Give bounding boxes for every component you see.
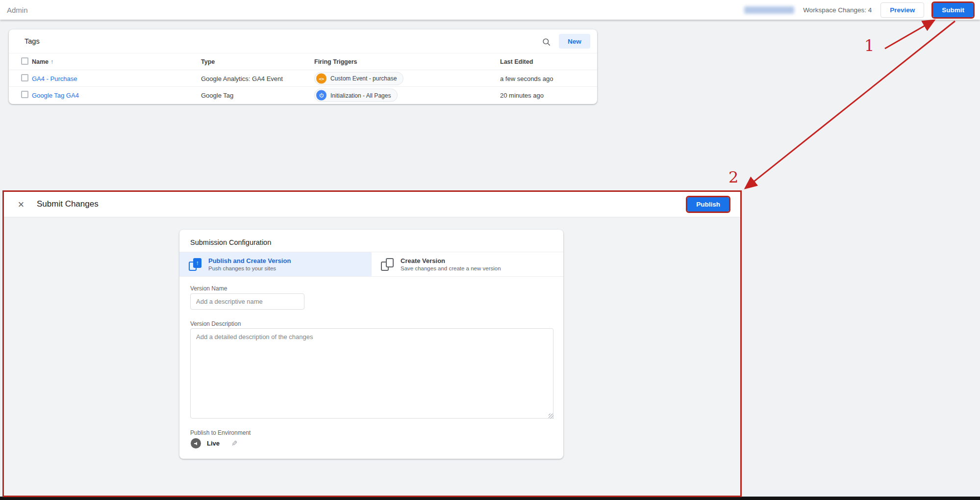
publish-button[interactable]: Publish — [687, 197, 729, 211]
annotation-step-1: 1 — [864, 36, 874, 55]
edit-pencil-icon[interactable]: ✎ — [231, 439, 238, 448]
preview-button[interactable]: Preview — [880, 2, 924, 18]
option-subtitle: Push changes to your sites — [208, 265, 291, 271]
tag-name-link[interactable]: GA4 - Purchase — [32, 75, 77, 82]
publish-to-environment-label: Publish to Environment — [190, 429, 251, 436]
tags-card-title: Tags — [25, 37, 40, 45]
tag-type: Google Tag — [201, 92, 233, 99]
version-name-label: Version Name — [190, 285, 227, 292]
publish-version-icon: ↑ — [189, 258, 201, 271]
trigger-pill[interactable]: <> Custom Event - purchase — [314, 72, 403, 85]
last-edited-value: 20 minutes ago — [500, 92, 544, 99]
arrow-to-modal — [745, 21, 955, 188]
search-icon[interactable] — [540, 35, 553, 48]
option-title: Create Version — [401, 257, 501, 264]
last-edited-value: a few seconds ago — [500, 75, 553, 82]
version-name-input[interactable] — [190, 293, 304, 310]
environment-name: Live — [207, 440, 220, 447]
submit-changes-modal: × Submit Changes Publish Submission Conf… — [2, 190, 742, 497]
container-id-blurred — [744, 6, 794, 14]
arrow-to-submit — [885, 20, 934, 49]
bottom-bar — [0, 497, 980, 500]
column-header-last-edited[interactable]: Last Edited — [500, 58, 533, 65]
modal-header: × Submit Changes Publish — [4, 192, 740, 217]
submission-options: ↑ Publish and Create Version Push change… — [179, 252, 563, 277]
submission-configuration-card: Submission Configuration ↑ Publish and C… — [179, 230, 563, 459]
workspace-changes-count: Workspace Changes: 4 — [803, 6, 872, 14]
submit-button[interactable]: Submit — [933, 3, 973, 17]
live-environment-icon — [191, 438, 201, 448]
column-header-firing-triggers[interactable]: Firing Triggers — [314, 58, 357, 65]
row-checkbox[interactable] — [21, 91, 28, 98]
option-title: Publish and Create Version — [208, 257, 291, 264]
table-row: Google Tag GA4 Google Tag Initialization… — [9, 87, 597, 104]
trigger-pill[interactable]: Initialization - All Pages — [314, 89, 398, 102]
close-icon[interactable]: × — [14, 197, 28, 212]
custom-event-icon: <> — [316, 73, 327, 83]
modal-title: Submit Changes — [37, 199, 99, 209]
option-subtitle: Save changes and create a new version — [401, 265, 501, 271]
option-publish-and-create-version[interactable]: ↑ Publish and Create Version Push change… — [179, 252, 372, 276]
submission-configuration-title: Submission Configuration — [190, 238, 271, 246]
tag-name-link[interactable]: Google Tag GA4 — [32, 92, 79, 99]
trigger-label: Custom Event - purchase — [330, 75, 397, 82]
admin-nav-label[interactable]: Admin — [7, 6, 28, 14]
tags-table: Name↑ Type Firing Triggers Last Edited G… — [9, 53, 597, 104]
tags-card: Tags New Name↑ Type Firing Triggers Last… — [9, 29, 597, 104]
table-header-row: Name↑ Type Firing Triggers Last Edited — [9, 53, 597, 70]
version-description-textarea[interactable] — [190, 328, 553, 419]
column-header-name[interactable]: Name↑ — [32, 58, 53, 65]
trigger-label: Initialization - All Pages — [330, 92, 391, 99]
power-icon — [316, 90, 327, 101]
sort-ascending-icon: ↑ — [50, 58, 53, 65]
column-header-type[interactable]: Type — [201, 58, 215, 65]
option-create-version[interactable]: Create Version Save changes and create a… — [372, 252, 563, 276]
version-description-label: Version Description — [190, 320, 241, 327]
table-row: GA4 - Purchase Google Analytics: GA4 Eve… — [9, 70, 597, 87]
top-bar: Admin Workspace Changes: 4 Preview Submi… — [0, 0, 980, 20]
row-checkbox[interactable] — [21, 74, 28, 81]
new-tag-button[interactable]: New — [559, 34, 590, 49]
select-all-checkbox[interactable] — [21, 57, 28, 65]
tag-type: Google Analytics: GA4 Event — [201, 75, 283, 82]
create-version-icon — [381, 258, 394, 271]
annotation-step-2: 2 — [729, 168, 738, 186]
